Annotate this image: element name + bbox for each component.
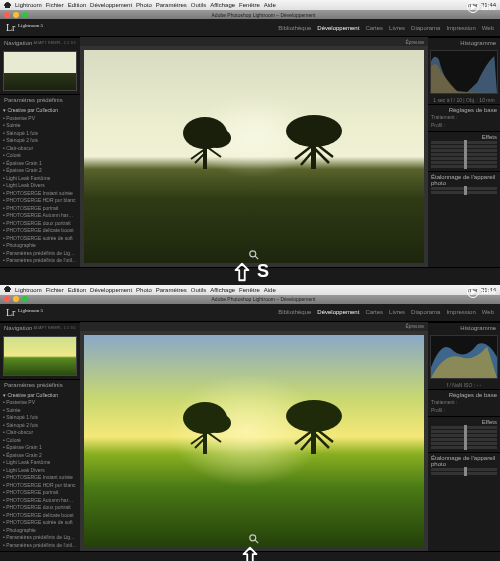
menu-app[interactable]: Lightroom	[15, 287, 42, 293]
preset-item[interactable]: • Light Leak Divers	[3, 182, 77, 190]
preset-item[interactable]: • Sténopé 1 fois	[3, 414, 77, 422]
preset-item[interactable]: • Soirée	[3, 122, 77, 130]
menu-develop[interactable]: Développement	[90, 2, 132, 8]
preset-item[interactable]: • Épaisse Grain 2	[3, 452, 77, 460]
preset-item[interactable]: • Épaisse Grain 1	[3, 444, 77, 452]
preset-item[interactable]: • Clair-obscur	[3, 429, 77, 437]
preset-item[interactable]: • Paramètres prédéfinis de Lightroom	[3, 534, 77, 542]
image-canvas[interactable]	[84, 335, 424, 548]
presets-header[interactable]: Paramètres prédéfinis	[0, 379, 80, 390]
soft-proof-toggle[interactable]: Épreuve	[405, 323, 424, 329]
macos-menubar[interactable]: Lightroom Fichier Edition Développement …	[0, 285, 500, 295]
preset-item[interactable]: • Coloré	[3, 437, 77, 445]
preset-item[interactable]: • Light Leak Divers	[3, 467, 77, 475]
histogram[interactable]	[430, 335, 498, 379]
module-slideshow[interactable]: Diaporama	[411, 25, 440, 31]
preset-item[interactable]: • PHOTOSERGE delicate boost	[3, 512, 77, 520]
preset-item[interactable]: • PHOTOSERGE Instant soirée	[3, 474, 77, 482]
slider[interactable]	[431, 472, 497, 475]
preset-item[interactable]: • PHOTOSERGE delicate boost	[3, 227, 77, 235]
presets-list[interactable]: ▾ Creative par Collection • Posterise PV…	[0, 105, 80, 267]
module-web[interactable]: Web	[482, 25, 494, 31]
preset-item[interactable]: • Light Leak Fantôme	[3, 175, 77, 183]
preset-item[interactable]: • PHOTOSERGE portrait	[3, 489, 77, 497]
preset-item[interactable]: • Posterise PV	[3, 399, 77, 407]
navigator-thumbnail[interactable]	[3, 51, 77, 91]
calibration-panel[interactable]: Étalonnage de l'appareil photo	[428, 171, 500, 197]
effects-panel[interactable]: Effets	[428, 416, 500, 452]
calibration-panel[interactable]: Étalonnage de l'appareil photo	[428, 452, 500, 478]
preset-item[interactable]: • Coloré	[3, 152, 77, 160]
preset-item[interactable]: • Épaisse Grain 2	[3, 167, 77, 175]
menu-app[interactable]: Lightroom	[15, 2, 42, 8]
preset-item[interactable]: • Paramètres prédéfinis de Lightroom	[3, 250, 77, 258]
menu-develop[interactable]: Développement	[90, 287, 132, 293]
presets-header[interactable]: Paramètres prédéfinis	[0, 94, 80, 105]
preset-item[interactable]: • Light Leak Fantôme	[3, 459, 77, 467]
preset-item[interactable]: • Paramètres prédéfinis de l'utilisateur	[3, 257, 77, 265]
menu-settings[interactable]: Paramètres	[156, 2, 187, 8]
preset-item[interactable]: • Sténopé 2 fois	[3, 137, 77, 145]
preset-item[interactable]: • Sténopé 1 fois	[3, 130, 77, 138]
menu-edit[interactable]: Edition	[68, 287, 86, 293]
preset-item[interactable]: • PHOTOSERGE Autumn harmony	[3, 497, 77, 505]
preset-item[interactable]: • PHOTOSERGE soirée de soft	[3, 519, 77, 527]
module-library[interactable]: Bibliothèque	[278, 309, 311, 315]
loupe-icon[interactable]	[248, 533, 260, 545]
module-print[interactable]: Impression	[446, 25, 475, 31]
histogram-header[interactable]: Histogramme	[428, 322, 500, 333]
menu-help[interactable]: Aide	[264, 2, 276, 8]
basic-panel[interactable]: Réglages de base Traitement : Profil :	[428, 389, 500, 416]
image-canvas[interactable]	[84, 50, 424, 263]
preset-item[interactable]: • Posterise PV	[3, 115, 77, 123]
module-book[interactable]: Livres	[389, 25, 405, 31]
preset-item[interactable]: • PHOTOSERGE HDR pur blanc	[3, 482, 77, 490]
module-map[interactable]: Cartes	[365, 309, 383, 315]
module-web[interactable]: Web	[482, 309, 494, 315]
menu-edit[interactable]: Edition	[68, 2, 86, 8]
histogram-header[interactable]: Histogramme	[428, 37, 500, 48]
preset-item[interactable]: • Épaisse Grain 1	[3, 160, 77, 168]
menu-tools[interactable]: Outils	[191, 2, 206, 8]
apple-icon[interactable]	[4, 286, 11, 293]
basic-panel[interactable]: Réglages de base Traitement : Profil :	[428, 104, 500, 131]
preset-item[interactable]: • PHOTOSERGE HDR pur blanc	[3, 197, 77, 205]
presets-list[interactable]: ▾ Creative par Collection • Posterise PV…	[0, 390, 80, 552]
zoom-icon[interactable]	[22, 296, 28, 302]
soft-proof-toggle[interactable]: Épreuve	[405, 39, 424, 45]
menu-photo[interactable]: Photo	[136, 2, 152, 8]
menu-view[interactable]: Affichage	[210, 287, 235, 293]
loupe-icon[interactable]	[248, 249, 260, 261]
preset-item[interactable]: • Paramètres prédéfinis de l'utilisateur	[3, 542, 77, 550]
menu-help[interactable]: Aide	[264, 287, 276, 293]
menu-file[interactable]: Fichier	[46, 2, 64, 8]
navigator-header[interactable]: Navigation ADAPT REMPL. 1:1 3:1	[0, 322, 80, 333]
histogram[interactable]	[430, 50, 498, 94]
module-develop[interactable]: Développement	[317, 309, 359, 315]
preset-item[interactable]: • Photographie	[3, 242, 77, 250]
preset-item[interactable]: • PHOTOSERGE doux portrait	[3, 220, 77, 228]
preset-item[interactable]: • PHOTOSERGE soirée de soft	[3, 235, 77, 243]
navigator-header[interactable]: Navigation ADAPT REMPL. 1:1 3:1	[0, 37, 80, 48]
preset-item[interactable]: • PHOTOSERGE Autumn harmony	[3, 212, 77, 220]
menu-photo[interactable]: Photo	[136, 287, 152, 293]
zoom-icon[interactable]	[22, 12, 28, 18]
apple-icon[interactable]	[4, 2, 11, 9]
module-library[interactable]: Bibliothèque	[278, 25, 311, 31]
slider[interactable]	[431, 165, 497, 168]
module-map[interactable]: Cartes	[365, 25, 383, 31]
preset-item[interactable]: • Sténopé 2 fois	[3, 422, 77, 430]
close-icon[interactable]	[4, 296, 10, 302]
preset-item[interactable]: • PHOTOSERGE portrait	[3, 205, 77, 213]
preset-group[interactable]: ▾ Creative par Collection	[3, 392, 77, 400]
menu-settings[interactable]: Paramètres	[156, 287, 187, 293]
macos-menubar[interactable]: Lightroom Fichier Edition Développement …	[0, 0, 500, 10]
slider[interactable]	[431, 191, 497, 194]
preset-item[interactable]: • Soirée	[3, 407, 77, 415]
preset-item[interactable]: • PHOTOSERGE doux portrait	[3, 504, 77, 512]
module-develop[interactable]: Développement	[317, 25, 359, 31]
module-slideshow[interactable]: Diaporama	[411, 309, 440, 315]
slider[interactable]	[431, 446, 497, 449]
module-print[interactable]: Impression	[446, 309, 475, 315]
minimize-icon[interactable]	[13, 12, 19, 18]
